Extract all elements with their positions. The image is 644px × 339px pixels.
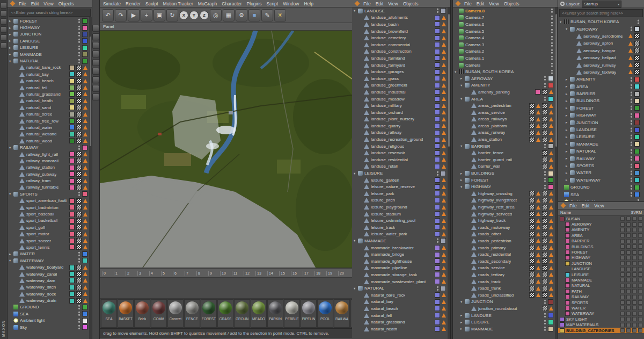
- tree-item[interactable]: ▸LEISURE: [558, 133, 644, 140]
- material-tag-icon[interactable]: [549, 272, 553, 277]
- texture-tag-icon[interactable]: [542, 110, 547, 115]
- primitive-cube-icon[interactable]: ■: [248, 9, 260, 21]
- layer-color-chip[interactable]: [69, 285, 75, 290]
- tree-item[interactable]: landuse_residential: [352, 156, 450, 163]
- material-tag-icon[interactable]: [442, 219, 446, 223]
- tree-item[interactable]: ▸BARRIER: [558, 90, 644, 97]
- tree-item[interactable]: sport_soccer: [8, 237, 92, 244]
- texture-tag-icon[interactable]: [76, 125, 82, 130]
- material-tag-icon[interactable]: [549, 198, 553, 203]
- expand-arrow-icon[interactable]: ▾: [566, 27, 570, 31]
- visibility-dots-icon[interactable]: [78, 18, 80, 24]
- texture-tag-icon[interactable]: [529, 137, 535, 142]
- tree-item[interactable]: railway_tram: [8, 177, 92, 184]
- menu-objects[interactable]: Objects: [502, 1, 522, 6]
- texture-tag-icon[interactable]: [542, 232, 547, 237]
- material-thumb[interactable]: Concret: [167, 299, 184, 328]
- layer-color-chip[interactable]: [435, 76, 440, 81]
- material-tag-icon[interactable]: [83, 245, 87, 249]
- tree-item[interactable]: aeroway_apron: [558, 40, 644, 47]
- viewport[interactable]: [100, 31, 352, 268]
- tree-item[interactable]: natural_scree: [8, 111, 92, 117]
- expand-arrow-icon[interactable]: ▸: [9, 46, 13, 50]
- layer-color-chip[interactable]: [69, 112, 75, 117]
- texture-tag-icon[interactable]: [529, 258, 535, 264]
- layer-color-chip[interactable]: [441, 238, 446, 243]
- tree-item[interactable]: Camera.6: [453, 21, 558, 28]
- material-tag-icon[interactable]: [536, 219, 540, 223]
- texture-tag-icon[interactable]: [529, 232, 535, 237]
- layer-toggle[interactable]: [638, 272, 642, 277]
- texture-tag-icon[interactable]: [542, 103, 547, 109]
- redo-icon[interactable]: ↷: [115, 9, 127, 21]
- visibility-dots-icon[interactable]: [78, 318, 80, 323]
- layer-color-chip[interactable]: [435, 218, 440, 223]
- material-tag-icon[interactable]: [536, 198, 540, 203]
- layer-color-chip[interactable]: [565, 261, 570, 266]
- visibility-dots-icon[interactable]: [544, 299, 546, 305]
- tree-item[interactable]: ▸BUILDINGS: [558, 97, 644, 104]
- layer-color-chip[interactable]: [634, 91, 640, 97]
- expand-arrow-icon[interactable]: ▾: [9, 192, 13, 196]
- tree-item[interactable]: sport_badminton: [8, 204, 92, 211]
- tree-item[interactable]: sport_baseball: [8, 211, 92, 217]
- material-tag-icon[interactable]: [549, 232, 553, 236]
- tree-item[interactable]: natural_sand: [8, 104, 92, 111]
- texture-tag-icon[interactable]: [542, 157, 547, 162]
- layer-color-chip[interactable]: [69, 225, 75, 230]
- model-mode-icon[interactable]: [92, 33, 99, 40]
- spline-pen-icon[interactable]: ✎: [261, 9, 273, 21]
- move-tool-icon[interactable]: +: [141, 9, 152, 21]
- material-tag-icon[interactable]: [442, 232, 446, 236]
- expand-arrow-icon[interactable]: ▸: [566, 113, 570, 118]
- layer-color-chip[interactable]: [69, 265, 75, 270]
- visibility-dots-icon[interactable]: [630, 177, 633, 183]
- menu-file[interactable]: File: [361, 1, 373, 6]
- material-tag-icon[interactable]: [536, 293, 540, 297]
- tree-item[interactable]: SEA: [8, 311, 92, 317]
- layer-row[interactable]: LANDUSE: [558, 266, 644, 272]
- layer-toggle[interactable]: [632, 222, 636, 227]
- layer-color-chip[interactable]: [435, 191, 440, 196]
- layer-toggle[interactable]: [638, 244, 642, 249]
- tree-item[interactable]: roads_motorway: [453, 224, 558, 231]
- material-tag-icon[interactable]: [549, 225, 553, 229]
- tree-item[interactable]: ▸AREA: [558, 83, 644, 90]
- tree-item[interactable]: natural_bay: [8, 71, 92, 77]
- layer-color-chip[interactable]: [69, 298, 75, 304]
- tree-item[interactable]: ▸FOREST: [8, 18, 92, 24]
- layer-color-chip[interactable]: [634, 141, 640, 147]
- tree-item[interactable]: ▸FOREST: [453, 177, 558, 184]
- texture-tag-icon[interactable]: [529, 211, 535, 217]
- visibility-dots-icon[interactable]: [630, 141, 633, 147]
- material-tag-icon[interactable]: [628, 41, 633, 46]
- layer-color-chip[interactable]: [548, 76, 553, 81]
- layer-toggle[interactable]: [638, 233, 642, 237]
- tree-item[interactable]: landuse_allotments: [352, 15, 450, 21]
- layer-color-chip[interactable]: [634, 113, 640, 118]
- material-tag-icon[interactable]: [442, 272, 446, 277]
- layer-toggle[interactable]: [620, 278, 625, 282]
- visibility-dots-icon[interactable]: [630, 84, 633, 89]
- tree-item[interactable]: landuse_orchard: [352, 109, 450, 116]
- layer-toggle[interactable]: [638, 312, 642, 316]
- layer-toggle[interactable]: [632, 272, 636, 277]
- tree-item[interactable]: ▸SPORTS: [558, 162, 644, 169]
- layer-color-chip[interactable]: [634, 163, 640, 169]
- material-tag-icon[interactable]: [549, 164, 553, 169]
- tree-item[interactable]: sport_motor: [8, 231, 92, 237]
- tree-item[interactable]: ▾AEROWAY: [558, 25, 644, 32]
- tree-item[interactable]: ▸MANMADE: [558, 141, 644, 148]
- layer-toggle[interactable]: [626, 295, 631, 299]
- expand-arrow-icon[interactable]: ▸: [566, 171, 570, 175]
- layer-color-chip[interactable]: [69, 118, 75, 124]
- material-tag-icon[interactable]: [442, 212, 446, 216]
- visibility-dots-icon[interactable]: [544, 96, 546, 102]
- texture-tag-icon[interactable]: [634, 69, 640, 75]
- tree-item[interactable]: aeroway_helipad: [558, 54, 644, 61]
- layer-toggle[interactable]: [632, 261, 636, 265]
- layer-color-chip[interactable]: [634, 170, 640, 176]
- material-tag-icon[interactable]: [549, 110, 553, 114]
- select-tool-icon[interactable]: ▶: [128, 9, 140, 21]
- texture-tag-icon[interactable]: [76, 171, 82, 177]
